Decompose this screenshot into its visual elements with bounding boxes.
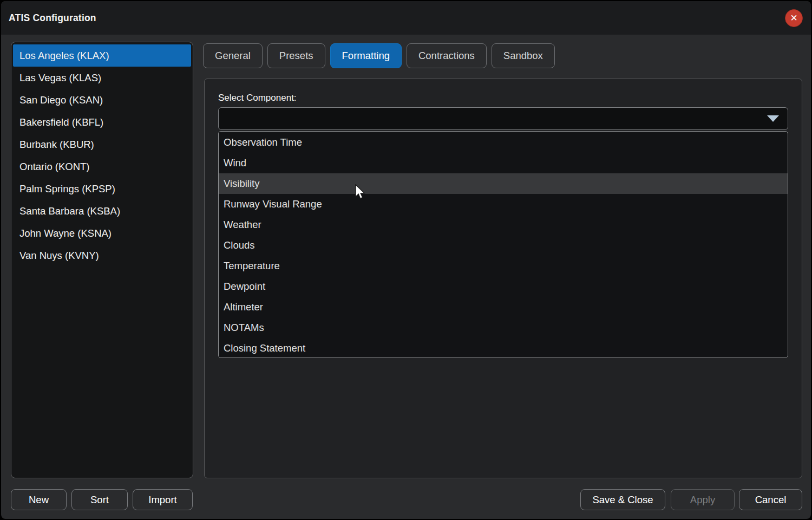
apply-button: Apply [671, 489, 735, 510]
tab-presets[interactable]: Presets [267, 43, 325, 68]
airport-item-klax[interactable]: Los Angeles (KLAX) [13, 44, 191, 67]
option-notams[interactable]: NOTAMs [219, 317, 788, 338]
component-dropdown-list: Observation Time Wind Visibility Runway … [218, 131, 788, 358]
option-runway-visual-range[interactable]: Runway Visual Range [219, 194, 788, 214]
formatting-panel: Select Component: Observation Time Wind … [204, 79, 802, 478]
airport-item-kont[interactable]: Ontario (KONT) [13, 155, 191, 178]
tab-formatting[interactable]: Formatting [330, 43, 402, 68]
component-combobox[interactable] [218, 107, 788, 130]
option-closing-statement[interactable]: Closing Statement [219, 338, 788, 358]
window-title: ATIS Configuration [9, 12, 96, 24]
tab-contractions[interactable]: Contractions [407, 43, 487, 68]
new-button[interactable]: New [11, 489, 67, 510]
tab-bar: General Presets Formatting Contractions … [203, 43, 555, 68]
airport-item-ksan[interactable]: San Diego (KSAN) [13, 89, 191, 111]
option-observation-time[interactable]: Observation Time [219, 132, 788, 153]
option-wind[interactable]: Wind [219, 153, 788, 173]
airport-item-kbfl[interactable]: Bakersfield (KBFL) [13, 111, 191, 133]
select-component-label: Select Component: [218, 93, 297, 103]
option-dewpoint[interactable]: Dewpoint [219, 276, 788, 297]
tab-sandbox[interactable]: Sandbox [492, 43, 555, 68]
titlebar: ATIS Configuration ✕ [1, 1, 811, 35]
close-icon: ✕ [790, 14, 797, 23]
option-temperature[interactable]: Temperature [219, 256, 788, 276]
import-button[interactable]: Import [133, 489, 193, 510]
save-and-close-button[interactable]: Save & Close [580, 489, 665, 510]
close-button[interactable]: ✕ [785, 9, 803, 27]
option-visibility[interactable]: Visibility [219, 173, 788, 194]
airport-item-kvny[interactable]: Van Nuys (KVNY) [13, 244, 191, 266]
sort-button[interactable]: Sort [71, 489, 128, 510]
tab-general[interactable]: General [203, 43, 263, 68]
atis-configuration-window: ATIS Configuration ✕ Los Angeles (KLAX) … [0, 0, 812, 520]
airport-item-klas[interactable]: Las Vegas (KLAS) [13, 67, 191, 89]
airport-item-kbur[interactable]: Burbank (KBUR) [13, 133, 191, 155]
option-clouds[interactable]: Clouds [219, 235, 788, 256]
airport-item-ksna[interactable]: John Wayne (KSNA) [13, 222, 191, 244]
airport-item-kpsp[interactable]: Palm Springs (KPSP) [13, 178, 191, 200]
option-altimeter[interactable]: Altimeter [219, 297, 788, 317]
cancel-button[interactable]: Cancel [739, 489, 802, 510]
airport-list: Los Angeles (KLAX) Las Vegas (KLAS) San … [11, 42, 193, 478]
option-weather[interactable]: Weather [219, 214, 788, 235]
chevron-down-icon[interactable] [767, 115, 779, 122]
airport-item-ksba[interactable]: Santa Barbara (KSBA) [13, 200, 191, 222]
